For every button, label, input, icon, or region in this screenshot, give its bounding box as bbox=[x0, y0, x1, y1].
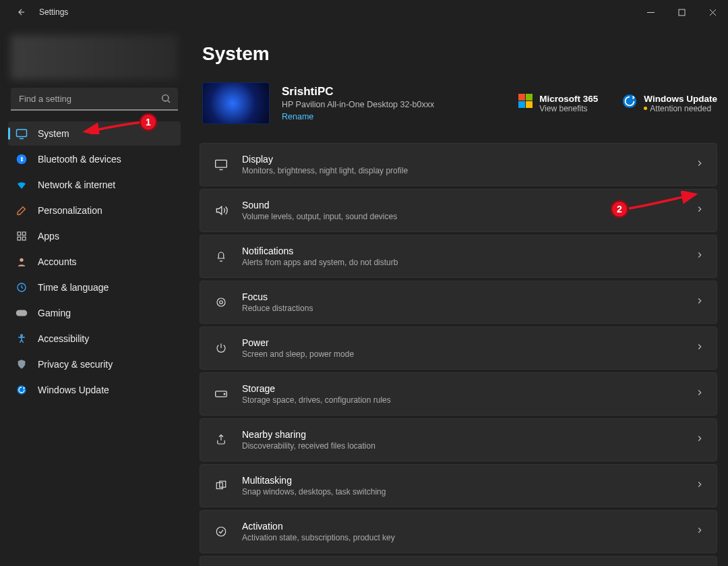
content-area[interactable]: System SrishtiPC HP Pavilion All-in-One … bbox=[189, 24, 728, 566]
card-sub: Activation state, subscriptions, product… bbox=[242, 533, 395, 542]
sidebar-item-label: Apps bbox=[38, 231, 59, 242]
accessibility-icon bbox=[15, 332, 28, 345]
sidebar-item-bluetooth[interactable]: Bluetooth & devices bbox=[8, 147, 181, 171]
search-icon bbox=[160, 93, 171, 107]
titlebar: Settings bbox=[0, 0, 728, 24]
wu-title: Windows Update bbox=[644, 94, 717, 104]
bell-icon bbox=[212, 250, 230, 262]
card-sub: Alerts from apps and system, do not dist… bbox=[242, 258, 398, 267]
card-title: Notifications bbox=[242, 246, 398, 256]
bluetooth-icon bbox=[15, 152, 28, 166]
annotation-badge-1: 1 bbox=[140, 113, 157, 131]
svg-rect-3 bbox=[17, 130, 27, 137]
svg-rect-11 bbox=[16, 310, 28, 316]
apps-icon bbox=[15, 229, 28, 243]
card-sub: Monitors, brightness, night light, displ… bbox=[242, 166, 408, 175]
card-power[interactable]: PowerScreen and sleep, power mode bbox=[200, 327, 717, 370]
search-input[interactable] bbox=[11, 88, 178, 111]
card-sub: Snap windows, desktops, task switching bbox=[242, 487, 386, 497]
windows-update-link[interactable]: Windows Update Attention needed bbox=[622, 94, 717, 113]
minimize-button[interactable] bbox=[635, 0, 666, 24]
card-activation[interactable]: ActivationActivation state, subscription… bbox=[200, 510, 717, 553]
m365-title: Microsoft 365 bbox=[539, 94, 598, 104]
device-name: SrishtiPC bbox=[282, 85, 434, 98]
card-nearby-sharing[interactable]: Nearby sharingDiscoverability, received … bbox=[200, 418, 717, 461]
header-right: Microsoft 365 View benefits Windows Upda… bbox=[518, 94, 717, 113]
wu-sub: Attention needed bbox=[644, 104, 717, 113]
focus-icon bbox=[212, 296, 230, 308]
sidebar-item-label: Accounts bbox=[38, 256, 77, 267]
sidebar-item-windows-update[interactable]: Windows Update bbox=[8, 378, 181, 402]
svg-rect-8 bbox=[22, 237, 26, 240]
rename-link[interactable]: Rename bbox=[282, 112, 434, 121]
close-button[interactable] bbox=[697, 0, 728, 24]
svg-point-12 bbox=[21, 335, 23, 337]
chevron-right-icon bbox=[695, 296, 704, 308]
back-button[interactable] bbox=[12, 3, 31, 22]
chevron-right-icon bbox=[695, 480, 704, 492]
m365-sub: View benefits bbox=[539, 104, 598, 113]
settings-window: Settings System Blu bbox=[0, 0, 728, 566]
power-icon bbox=[212, 342, 230, 354]
sidebar-item-network[interactable]: Network & internet bbox=[8, 173, 181, 197]
card-display[interactable]: DisplayMonitors, brightness, night light… bbox=[200, 143, 717, 186]
update-icon bbox=[15, 383, 28, 397]
window-controls bbox=[635, 0, 728, 24]
storage-icon bbox=[212, 389, 230, 399]
card-title: Focus bbox=[242, 291, 313, 302]
card-focus[interactable]: FocusReduce distractions bbox=[200, 281, 717, 324]
shield-icon bbox=[15, 358, 28, 371]
svg-point-17 bbox=[220, 301, 223, 304]
sidebar-item-privacy[interactable]: Privacy & security bbox=[8, 352, 181, 376]
sidebar-item-label: System bbox=[38, 128, 69, 139]
card-title: Activation bbox=[242, 521, 395, 532]
sidebar-item-label: Time & language bbox=[38, 282, 109, 293]
card-title: Multitasking bbox=[242, 475, 386, 486]
update-icon bbox=[622, 94, 637, 111]
microsoft-365-icon bbox=[518, 94, 533, 108]
window-body: System Bluetooth & devices Network & int… bbox=[0, 24, 728, 566]
profile-panel[interactable] bbox=[11, 35, 178, 80]
person-icon bbox=[15, 255, 28, 268]
annotation-arrow-2 bbox=[626, 191, 700, 211]
app-title: Settings bbox=[39, 7, 68, 17]
card-storage[interactable]: StorageStorage space, drives, configurat… bbox=[200, 372, 717, 416]
card-sub: Screen and sleep, power mode bbox=[242, 349, 354, 359]
sidebar-item-personalization[interactable]: Personalization bbox=[8, 198, 181, 223]
svg-rect-6 bbox=[22, 232, 26, 235]
card-multitasking[interactable]: MultitaskingSnap windows, desktops, task… bbox=[200, 464, 717, 507]
sidebar-item-label: Accessibility bbox=[38, 333, 89, 344]
chevron-right-icon bbox=[695, 526, 704, 538]
device-thumbnail[interactable] bbox=[202, 82, 270, 124]
svg-point-9 bbox=[20, 258, 23, 262]
sidebar-item-apps[interactable]: Apps bbox=[8, 224, 181, 248]
microsoft-365-link[interactable]: Microsoft 365 View benefits bbox=[518, 94, 598, 113]
brush-icon bbox=[15, 204, 28, 217]
chevron-right-icon bbox=[695, 250, 704, 262]
chevron-right-icon bbox=[695, 388, 704, 400]
sidebar-item-gaming[interactable]: Gaming bbox=[8, 301, 181, 325]
multitasking-icon bbox=[212, 480, 230, 492]
card-troubleshoot[interactable]: TroubleshootRecommended troubleshooters,… bbox=[200, 556, 717, 566]
sidebar-item-accounts[interactable]: Accounts bbox=[8, 250, 181, 274]
page-title: System bbox=[202, 43, 717, 65]
card-sub: Storage space, drives, configuration rul… bbox=[242, 395, 391, 405]
svg-point-2 bbox=[162, 95, 169, 101]
sidebar-item-accessibility[interactable]: Accessibility bbox=[8, 327, 181, 351]
chevron-right-icon bbox=[695, 434, 704, 446]
device-header: SrishtiPC HP Pavilion All-in-One Desktop… bbox=[200, 82, 717, 124]
sidebar-item-time-language[interactable]: Time & language bbox=[8, 275, 181, 300]
sidebar: System Bluetooth & devices Network & int… bbox=[0, 24, 189, 566]
maximize-button[interactable] bbox=[666, 0, 697, 24]
svg-point-16 bbox=[217, 298, 225, 306]
activation-icon bbox=[212, 526, 230, 538]
card-sub: Discoverability, received files location bbox=[242, 441, 375, 451]
wifi-icon bbox=[15, 178, 28, 192]
card-title: Storage bbox=[242, 383, 391, 394]
svg-rect-0 bbox=[647, 12, 655, 13]
nav-list: System Bluetooth & devices Network & int… bbox=[5, 121, 183, 402]
card-notifications[interactable]: NotificationsAlerts from apps and system… bbox=[200, 235, 717, 278]
card-title: Sound bbox=[242, 200, 397, 210]
card-sub: Volume levels, output, input, sound devi… bbox=[242, 212, 397, 221]
svg-rect-5 bbox=[18, 232, 21, 235]
